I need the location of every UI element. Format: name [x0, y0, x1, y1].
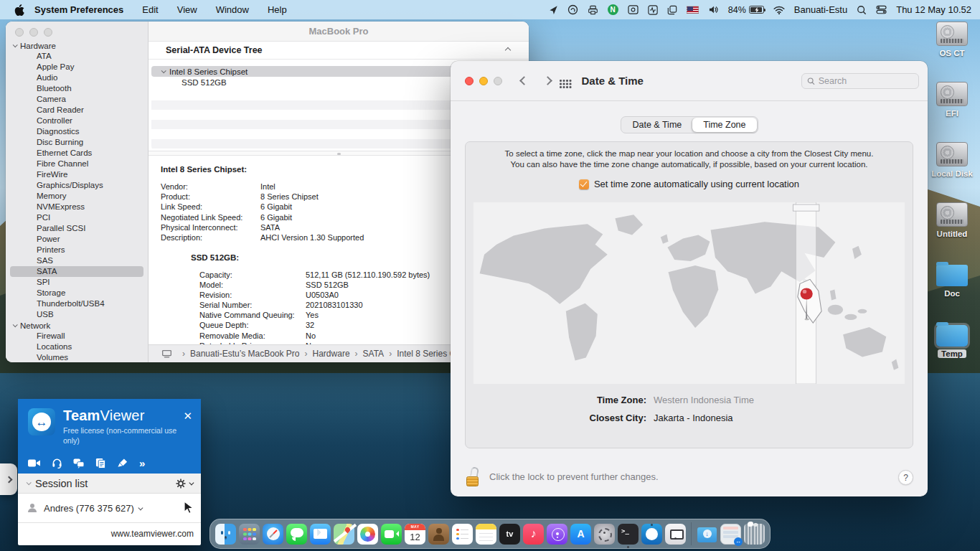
dock-system-information-icon[interactable] — [665, 524, 686, 545]
dock-mail-icon[interactable] — [310, 524, 331, 545]
teamviewer-side-tab[interactable] — [0, 463, 17, 495]
tab[interactable]: Time Zone — [692, 118, 756, 132]
dock-minimized-window-icon[interactable] — [720, 524, 741, 545]
copy-stack-icon[interactable] — [667, 5, 677, 15]
menu-window[interactable]: Window — [216, 4, 249, 15]
sidebar-item[interactable]: Graphics/Displays — [10, 180, 143, 191]
dock-finder-icon[interactable] — [215, 524, 236, 545]
sidebar-item[interactable]: Thunderbolt/USB4 — [10, 298, 143, 309]
sidebar-item[interactable]: SAS — [10, 255, 143, 266]
dock-launchpad-icon[interactable] — [239, 524, 260, 545]
dock-terminal-icon[interactable] — [618, 524, 639, 545]
dock-safari-icon[interactable] — [263, 524, 283, 545]
dock-system-preferences-icon[interactable] — [594, 524, 615, 545]
creative-cloud-icon[interactable] — [567, 4, 578, 15]
dock-calendar-icon[interactable]: MAY 12 — [405, 524, 425, 545]
desktop-icon[interactable]: Local Disk — [928, 142, 976, 202]
sidebar-item[interactable]: Apple Pay — [10, 62, 143, 72]
user-name[interactable]: Banuati-Estu — [794, 4, 847, 15]
sidebar-item[interactable]: PCI — [10, 212, 143, 223]
chat-icon[interactable] — [73, 458, 85, 468]
collapse-icon[interactable] — [505, 47, 511, 53]
desktop-icon[interactable]: OS CT — [928, 22, 976, 82]
sidebar-item[interactable]: Volumes — [10, 352, 143, 362]
forward-button[interactable] — [543, 76, 552, 85]
dock-podcasts-icon[interactable] — [547, 524, 567, 545]
sidebar-item[interactable]: Printers — [10, 245, 143, 255]
menu-view[interactable]: View — [177, 4, 197, 15]
sidebar-item[interactable]: NVMExpress — [10, 202, 143, 212]
sidebar-item[interactable]: Power — [10, 234, 143, 245]
audio-meter-icon[interactable] — [648, 5, 658, 15]
menu-help[interactable]: Help — [268, 4, 287, 15]
sidebar-item[interactable]: Fibre Channel — [10, 159, 143, 169]
sidebar-item[interactable]: ATA — [10, 51, 143, 62]
device-tree-header[interactable]: Serial-ATA Device Tree — [149, 42, 529, 60]
sidebar-item[interactable]: Locations — [10, 342, 143, 352]
breadcrumb-segment[interactable]: Hardware — [300, 349, 350, 359]
dock-messages-icon[interactable] — [286, 524, 307, 545]
dock-photos-icon[interactable] — [357, 524, 378, 545]
window-controls-inactive[interactable] — [15, 28, 52, 37]
close-button[interactable] — [15, 28, 24, 37]
desktop-icon-image[interactable] — [936, 325, 968, 347]
closest-city-row[interactable]: Closest City: Jakarta - Indonesia — [466, 413, 913, 423]
sidebar-item[interactable]: Camera — [10, 94, 143, 105]
dock-maps-icon[interactable] — [334, 524, 354, 545]
desktop-icon-image[interactable] — [936, 22, 968, 46]
dock-teamviewer-icon[interactable] — [641, 524, 662, 545]
sidebar-item[interactable]: Parallel SCSI — [10, 223, 143, 234]
sidebar-item[interactable]: Diagnostics — [10, 126, 143, 137]
desktop-icon[interactable]: EFI — [928, 82, 976, 142]
session-list-header[interactable]: Session list — [18, 474, 201, 494]
desktop-icon-image[interactable] — [936, 82, 968, 106]
search-field[interactable] — [801, 73, 919, 89]
more-icon[interactable]: » — [139, 458, 145, 468]
menu-app-name[interactable]: System Preferences — [34, 4, 123, 15]
sidebar-item[interactable]: SPI — [10, 277, 143, 288]
gear-icon[interactable] — [175, 478, 187, 489]
dock-apple-tv-icon[interactable] — [499, 524, 520, 545]
window-controls[interactable] — [465, 77, 502, 85]
session-row[interactable]: Andres (776 375 627) — [18, 494, 201, 522]
whiteboard-icon[interactable] — [117, 458, 128, 468]
dock-reminders-icon[interactable] — [452, 524, 473, 545]
desktop-icon-image[interactable] — [936, 265, 968, 286]
battery-indicator[interactable]: 84% — [728, 5, 764, 15]
control-center-icon[interactable] — [876, 5, 887, 14]
desktop-icon[interactable]: Untitled — [928, 202, 976, 263]
sidebar-item[interactable]: Controller — [10, 116, 143, 126]
sidebar-section-hardware[interactable]: Hardware — [6, 40, 148, 51]
breadcrumb-segment[interactable]: Banuati-Estu’s MacBook Pro — [177, 349, 300, 359]
dock-contacts-icon[interactable] — [428, 524, 449, 545]
dock-downloads-folder-icon[interactable] — [697, 524, 717, 545]
desktop-icon-image[interactable] — [936, 142, 968, 166]
auto-timezone-checkbox[interactable] — [579, 179, 589, 189]
chevron-down-icon[interactable] — [189, 481, 193, 485]
wifi-icon[interactable] — [773, 6, 785, 14]
desktop-icon-image[interactable] — [936, 202, 968, 227]
sidebar-section-network[interactable]: Network — [6, 320, 148, 331]
us-flag-keyboard-icon[interactable] — [687, 6, 699, 14]
help-button[interactable]: ? — [898, 470, 913, 485]
sidebar-item[interactable]: Bluetooth — [10, 83, 143, 94]
sidebar-item[interactable]: Storage — [10, 288, 143, 298]
teamviewer-website-link[interactable]: www.teamviewer.com — [111, 529, 194, 539]
desktop-icon[interactable]: Temp — [928, 323, 976, 383]
location-icon[interactable] — [548, 5, 558, 15]
file-transfer-icon[interactable] — [95, 458, 106, 468]
sidebar-item[interactable]: SATA — [10, 266, 143, 277]
sidebar-item[interactable]: Disc Burning — [10, 137, 143, 148]
unlocked-lock-icon[interactable] — [466, 467, 481, 486]
sidebar-item[interactable]: Card Reader — [10, 105, 143, 116]
sidebar-item[interactable]: Firewall — [10, 331, 143, 342]
tab[interactable]: Date & Time — [621, 118, 692, 132]
volume-icon[interactable] — [708, 5, 719, 14]
headset-icon[interactable] — [52, 458, 62, 468]
screen-record-icon[interactable] — [628, 5, 639, 14]
nordvpn-icon[interactable] — [608, 4, 618, 15]
minimize-button[interactable] — [29, 28, 38, 37]
dock-app-store-icon[interactable] — [570, 524, 591, 545]
auto-timezone-row[interactable]: Set time zone automatically using curren… — [466, 179, 913, 189]
sidebar-item[interactable]: FireWire — [10, 169, 143, 180]
